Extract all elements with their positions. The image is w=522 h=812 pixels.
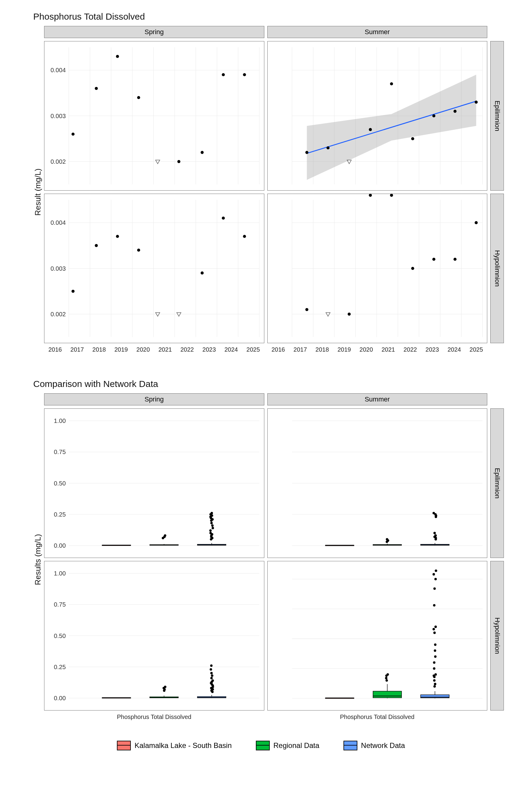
svg-point-142: [386, 538, 388, 541]
svg-point-229: [435, 569, 437, 572]
svg-point-66: [201, 271, 204, 275]
svg-point-149: [434, 534, 437, 537]
svg-point-217: [433, 667, 435, 670]
svg-point-17: [95, 87, 98, 90]
svg-point-20: [177, 160, 180, 163]
bpanel-spring-hypo: 0.000.250.500.751.00: [44, 561, 264, 710]
svg-point-213: [433, 679, 435, 682]
svg-text:0.00: 0.00: [54, 542, 65, 549]
xlabels-spring: 2016201720182019202020212022202320242025: [44, 346, 264, 358]
svg-point-82: [305, 308, 308, 311]
svg-text:0.004: 0.004: [51, 219, 65, 226]
svg-point-212: [434, 683, 436, 685]
legend-item-regional: Regional Data: [256, 741, 319, 750]
svg-text:1.00: 1.00: [54, 570, 65, 577]
svg-point-23: [243, 73, 246, 76]
svg-point-128: [210, 512, 213, 514]
svg-point-154: [432, 512, 435, 514]
svg-point-192: [210, 665, 213, 667]
svg-point-38: [305, 151, 308, 154]
b-row-hypo: Hypolimnion: [490, 561, 504, 710]
bpanel-spring-epi: 0.000.250.500.751.00: [44, 408, 264, 558]
svg-point-119: [212, 527, 214, 529]
svg-text:1.00: 1.00: [54, 418, 65, 424]
svg-point-120: [211, 524, 214, 527]
svg-point-41: [390, 82, 393, 85]
svg-point-67: [222, 217, 225, 220]
svg-point-19: [137, 96, 140, 99]
svg-point-63: [95, 244, 98, 247]
bottom-title: Comparison with Network Data: [33, 379, 510, 389]
panel-summer-hypo: [267, 194, 487, 343]
svg-text:0.003: 0.003: [51, 113, 65, 119]
svg-point-22: [222, 73, 225, 76]
svg-text:0.003: 0.003: [51, 265, 65, 272]
svg-point-40: [368, 128, 372, 131]
svg-point-87: [432, 258, 435, 261]
svg-point-83: [347, 313, 350, 316]
row-header-hypo: Hypolimnion: [490, 194, 504, 343]
legend-item-network: Network Data: [343, 741, 405, 750]
svg-point-218: [433, 661, 435, 664]
svg-point-84: [368, 194, 372, 197]
svg-point-191: [209, 668, 212, 671]
svg-point-121: [210, 522, 213, 524]
b-row-epi: Epilimnion: [490, 408, 504, 558]
svg-point-150: [433, 532, 436, 534]
col-header-spring: Spring: [44, 26, 264, 38]
svg-point-21: [201, 151, 204, 154]
svg-text:0.002: 0.002: [51, 158, 65, 165]
svg-point-228: [432, 573, 435, 575]
svg-text:0.004: 0.004: [51, 67, 65, 74]
bpanel-summer-epi: [267, 408, 487, 558]
svg-point-42: [411, 137, 414, 140]
svg-text:0.50: 0.50: [54, 480, 65, 487]
b-col-summer: Summer: [267, 393, 487, 405]
b-xcat2: Phosphorus Total Dissolved: [267, 713, 487, 726]
svg-point-224: [435, 626, 437, 628]
b-xlabel-spring: Phosphorus Total Dissolved: [44, 713, 264, 726]
svg-point-189: [211, 674, 213, 677]
svg-text:0.00: 0.00: [54, 695, 65, 702]
b-col-spring: Spring: [44, 393, 264, 405]
svg-point-65: [137, 249, 140, 252]
svg-point-89: [475, 221, 478, 224]
svg-point-43: [432, 114, 435, 117]
panel-summer-epi: [267, 41, 487, 190]
svg-text:0.75: 0.75: [54, 449, 65, 455]
b-xcat: Phosphorus Total Dissolved: [44, 713, 264, 726]
svg-point-86: [411, 267, 414, 270]
bpanel-summer-hypo: [267, 561, 487, 710]
panel-spring-epi: 0.0020.0030.004: [44, 41, 264, 190]
legend-swatch-blue: [343, 741, 357, 750]
svg-point-45: [475, 101, 478, 104]
svg-point-108: [164, 534, 166, 537]
svg-text:0.002: 0.002: [51, 311, 65, 318]
svg-text:0.25: 0.25: [54, 511, 65, 518]
svg-point-219: [434, 655, 437, 658]
svg-point-64: [116, 235, 119, 238]
legend-label-lake: Kalamalka Lake - South Basin: [135, 741, 232, 750]
svg-point-204: [385, 679, 388, 682]
b-xlabel-summer: Phosphorus Total Dissolved: [267, 713, 487, 726]
svg-point-205: [385, 677, 387, 679]
svg-point-16: [72, 133, 75, 136]
col-header-summer: Summer: [267, 26, 487, 38]
svg-point-223: [432, 628, 435, 630]
svg-point-174: [164, 686, 166, 688]
panel-spring-hypo: 0.0020.0030.004: [44, 194, 264, 343]
legend-label-regional: Regional Data: [274, 741, 319, 750]
svg-point-227: [434, 578, 437, 580]
top-title: Phosphorus Total Dissolved: [33, 12, 510, 22]
svg-point-188: [210, 677, 213, 679]
svg-point-62: [72, 290, 75, 293]
svg-point-187: [212, 679, 214, 682]
svg-point-88: [454, 258, 457, 261]
svg-point-39: [326, 146, 329, 149]
legend-swatch-red: [117, 741, 131, 750]
svg-point-220: [434, 649, 436, 652]
svg-point-207: [386, 673, 389, 676]
svg-text:0.25: 0.25: [54, 664, 65, 670]
svg-point-85: [390, 194, 393, 197]
svg-text:0.75: 0.75: [54, 601, 65, 608]
